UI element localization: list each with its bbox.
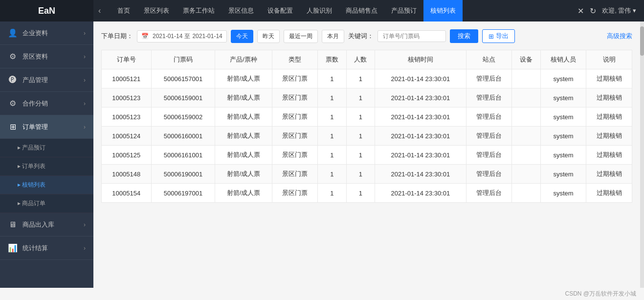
table-cell: system [540,165,586,184]
nav-items: 首页 景区列表 票务工作站 景区信息 设备配置 人脸识别 商品销售点 产品预订 … [106,0,577,21]
export-button[interactable]: ⊞ 导出 [482,29,515,43]
keyword-input[interactable] [378,30,446,42]
table-cell: 过期核销 [586,165,632,184]
table-cell: 50006160001 [151,127,215,146]
nav-item-face-recognition[interactable]: 人脸识别 [300,0,339,21]
sidebar-subitem-merchandise-order[interactable]: 商品订单 [0,194,93,213]
table-cell: 10005121 [102,69,152,88]
table-header: 订单号 门票码 产品/票种 类型 票数 人数 核销时间 站点 设备 核销人员 说… [102,50,632,69]
table-cell: 射箭/成人票 [215,88,272,107]
export-icon: ⊞ [489,33,494,40]
col-verify-time: 核销时间 [375,50,466,69]
sidebar-item-partner[interactable]: ⚙ 合作分销 › [0,92,93,115]
chevron-right-icon-2: › [84,53,86,60]
date-separator: 至 [184,32,190,41]
table-row: 1000512450006160001射箭/成人票景区门票112021-01-1… [102,127,632,146]
table-cell: 50006197001 [151,184,215,203]
table-cell: 10005154 [102,184,152,203]
welcome-text[interactable]: 欢迎, 雷伟 ▾ [602,6,636,15]
table-cell: 管理后台 [466,146,512,165]
chevron-right-icon-3: › [84,77,86,84]
table-body: 1000512150006157001射箭/成人票景区门票112021-01-1… [102,69,632,203]
table-cell: 1 [346,127,375,146]
sidebar-item-enterprise[interactable]: 👤 企业资料 › [0,21,93,45]
calendar-icon: 📅 [141,33,149,40]
table-cell: 1 [346,184,375,203]
search-button[interactable]: 搜索 [450,29,478,43]
table-row: 1000512150006157001射箭/成人票景区门票112021-01-1… [102,69,632,88]
sidebar-item-enterprise-left: 👤 企业资料 [8,28,48,38]
table-cell: system [540,88,586,107]
col-persons: 人数 [346,50,375,69]
table-cell: 1 [318,88,346,107]
btn-today[interactable]: 今天 [231,30,253,43]
table-cell: 管理后台 [466,165,512,184]
export-label: 导出 [496,32,509,41]
table-cell: 1 [318,107,346,127]
user-icon: 👤 [8,28,18,38]
sidebar-subitem-product-booking[interactable]: 产品预订 [0,139,93,157]
table-cell: system [540,146,586,165]
close-tab-icon[interactable]: ✕ [577,6,584,16]
table-cell: 过期核销 [586,127,632,146]
sidebar-item-order-management[interactable]: ⊞ 订单管理 › [0,115,93,139]
table-cell: 射箭/成人票 [215,165,272,184]
data-table: 订单号 门票码 产品/票种 类型 票数 人数 核销时间 站点 设备 核销人员 说… [101,50,632,203]
table-cell: 过期核销 [586,88,632,107]
main-layout: 👤 企业资料 › ⚙ 景区资料 › 🅟 产品管理 › ⚙ 合作分销 › [0,21,644,288]
scrollbar-thumb[interactable] [640,26,644,56]
sidebar-item-warehouse[interactable]: 🖥 商品出入库 › [0,213,93,236]
table-cell: 50006161001 [151,146,215,165]
table-cell [512,107,540,127]
table-cell: 1 [318,184,346,203]
table-cell: 10005123 [102,107,152,127]
chevron-right-icon: › [84,30,86,37]
sidebar-item-product-management[interactable]: 🅟 产品管理 › [0,68,93,92]
nav-item-scenic-list[interactable]: 景区列表 [137,0,176,21]
table-cell: 2021-01-14 23:30:01 [375,165,466,184]
advanced-search-link[interactable]: 高级搜索 [607,32,632,41]
nav-item-product-booking[interactable]: 产品预订 [384,0,423,21]
table-cell: 1 [346,107,375,127]
table-cell: 过期核销 [586,69,632,88]
table-cell: 景区门票 [272,107,318,127]
chevron-right-icon-6: › [84,221,86,228]
table-cell: 1 [346,69,375,88]
date-range-picker[interactable]: 📅 2021-01-14 至 2021-01-14 [137,30,227,43]
col-device: 设备 [512,50,540,69]
nav-item-device-config[interactable]: 设备配置 [261,0,300,21]
sidebar-label-product: 产品管理 [22,76,48,85]
table-cell: 50006159001 [151,88,215,107]
table-cell: 射箭/成人票 [215,107,272,127]
filter-bar: 下单日期： 📅 2021-01-14 至 2021-01-14 今天 昨天 最近… [101,29,632,43]
nav-item-ticket-workstation[interactable]: 票务工作站 [176,0,222,21]
nav-item-verification-list[interactable]: 核销列表 [423,0,463,21]
nav-item-home[interactable]: 首页 [111,0,137,21]
sidebar-subitem-verification-list[interactable]: 核销列表 [0,176,93,194]
table-cell [512,127,540,146]
nav-back-icon[interactable]: ‹ [93,6,106,15]
col-ticket-code: 门票码 [151,50,215,69]
sidebar-item-statistics[interactable]: 📊 统计结算 › [0,236,93,260]
sidebar-item-scenic-resource[interactable]: ⚙ 景区资料 › [0,45,93,68]
scrollbar-track[interactable] [640,21,644,288]
btn-yesterday[interactable]: 昨天 [257,30,280,43]
table-cell: 射箭/成人票 [215,184,272,203]
table-cell: 景区门票 [272,165,318,184]
nav-item-scenic-info[interactable]: 景区信息 [222,0,261,21]
nav-item-merchandise[interactable]: 商品销售点 [339,0,384,21]
table-cell: 1 [346,88,375,107]
sidebar-subitem-order-list[interactable]: 订单列表 [0,157,93,176]
table-cell: 景区门票 [272,88,318,107]
btn-last-week[interactable]: 最近一周 [284,30,318,43]
col-tickets: 票数 [318,50,346,69]
table-cell: 10005124 [102,127,152,146]
table-row: 1000512550006161001射箭/成人票景区门票112021-01-1… [102,146,632,165]
table-cell: 景区门票 [272,146,318,165]
table-cell: 2021-01-14 23:30:01 [375,69,466,88]
refresh-icon[interactable]: ↻ [590,6,596,16]
date-start: 2021-01-14 [153,33,182,40]
top-navigation: EaN ‹ 首页 景区列表 票务工作站 景区信息 设备配置 人脸识别 商品销售点… [0,0,644,21]
chart-icon: 📊 [8,243,18,253]
btn-this-month[interactable]: 本月 [322,30,344,43]
